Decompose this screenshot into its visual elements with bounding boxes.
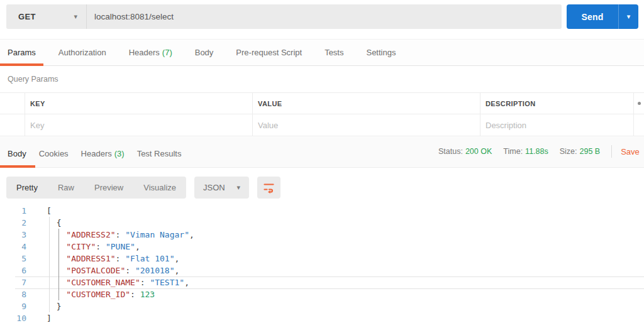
time-value: 11.88s: [525, 147, 548, 156]
tab-response-body[interactable]: Body: [6, 140, 28, 167]
chevron-down-icon: ▾: [237, 184, 241, 191]
line-number: 10: [0, 312, 28, 324]
method-label: GET: [18, 12, 36, 21]
query-params-title: Query Params: [8, 66, 58, 92]
size-label: Size:: [560, 147, 577, 156]
line-number: 2: [0, 217, 28, 229]
response-toolbar: Pretty Raw Preview Visualize JSON ▾: [6, 177, 280, 199]
line-number: 4: [0, 241, 28, 253]
value-column-header: VALUE: [252, 93, 480, 114]
size-value: 295 B: [580, 147, 601, 156]
view-mode-visualize[interactable]: Visualize: [133, 177, 186, 199]
chevron-down-icon: ▾: [627, 13, 631, 20]
params-header-row: KEY VALUE DESCRIPTION: [0, 92, 644, 114]
response-tabs: Body Cookies Headers (3) Test Results: [6, 140, 192, 167]
code-line-content: "CITY": "PUNE",: [47, 241, 140, 253]
tab-count-badge: (7): [162, 48, 172, 57]
line-number: 7: [0, 276, 28, 288]
status-indicator: Status:200 OK: [438, 147, 492, 156]
tab-tests[interactable]: Tests: [325, 40, 343, 65]
tab-label: Tests: [325, 48, 343, 57]
params-table: KEY VALUE DESCRIPTION: [0, 92, 644, 136]
time-indicator: Time:11.88s: [503, 147, 548, 156]
params-input-row: [0, 114, 644, 136]
code-line: 9 }: [0, 300, 644, 312]
request-bar: GET ▾: [6, 4, 562, 29]
wrap-lines-button[interactable]: [257, 177, 280, 199]
tab-headers[interactable]: Headers (7): [129, 40, 172, 65]
code-lines: 1[2 {3 "ADDRESS2": "Viman Nagar",4 "CITY…: [0, 205, 644, 324]
tab-settings[interactable]: Settings: [366, 40, 396, 65]
description-input[interactable]: [486, 121, 633, 130]
postman-request-view: GET ▾ Send ▾ Params Authorization Header…: [0, 0, 644, 328]
response-meta: Status:200 OK Time:11.88s Size:295 B Sav…: [438, 137, 640, 166]
tab-test-results[interactable]: Test Results: [136, 140, 183, 167]
more-options-icon: [638, 102, 641, 105]
tab-label: Settings: [366, 48, 396, 57]
code-line: 8 "CUSTOMER_ID": 123: [0, 288, 644, 300]
send-button-label[interactable]: Send: [567, 4, 618, 29]
request-tabs: Params Authorization Headers (7) Body Pr…: [0, 39, 644, 66]
view-mode-raw[interactable]: Raw: [48, 177, 84, 199]
tab-label: Cookies: [39, 149, 69, 158]
tab-pre-request-script[interactable]: Pre-request Script: [236, 40, 302, 65]
divider: [611, 145, 612, 158]
line-number: 1: [0, 205, 28, 217]
view-mode-group: Pretty Raw Preview Visualize: [6, 177, 186, 199]
value-input[interactable]: [258, 121, 480, 130]
code-line: 7 "CUSTOMER_NAME": "TEST1",: [0, 276, 644, 288]
line-number: 3: [0, 229, 28, 241]
wrap-text-icon: [263, 182, 275, 194]
url-input[interactable]: [87, 12, 562, 21]
line-number: 6: [0, 265, 28, 276]
view-mode-pretty[interactable]: Pretty: [6, 177, 48, 199]
tab-label: Headers: [81, 149, 112, 158]
more-options-button[interactable]: [633, 93, 644, 114]
chevron-down-icon: ▾: [74, 13, 77, 20]
send-button[interactable]: Send ▾: [567, 4, 638, 29]
code-line: 2 {: [0, 217, 644, 229]
code-line-content: "ADDRESS2": "Viman Nagar",: [47, 229, 194, 241]
response-body-viewer[interactable]: 1[2 {3 "ADDRESS2": "Viman Nagar",4 "CITY…: [0, 202, 644, 328]
key-column-header: KEY: [25, 93, 252, 114]
send-options-button[interactable]: ▾: [618, 4, 638, 29]
status-label: Status:: [438, 147, 463, 156]
tab-count-badge: (3): [114, 149, 125, 158]
tab-label: Test Results: [137, 149, 182, 158]
code-line: 5 "ADDRESS1": "Flat 101",: [0, 253, 644, 265]
drag-handle-cell: [0, 114, 25, 136]
code-line-content: "ADDRESS1": "Flat 101",: [47, 253, 179, 265]
tab-label: Headers: [129, 48, 160, 57]
method-select[interactable]: GET ▾: [6, 4, 87, 29]
code-line: 4 "CITY": "PUNE",: [0, 241, 644, 253]
code-line-content: [: [47, 205, 52, 217]
code-line-content: ]: [47, 312, 52, 324]
tab-params[interactable]: Params: [8, 40, 36, 65]
status-value: 200 OK: [465, 147, 492, 156]
response-header: Body Cookies Headers (3) Test Results St…: [0, 137, 644, 168]
line-number: 8: [0, 288, 28, 300]
key-input[interactable]: [30, 121, 252, 130]
code-line: 10]: [0, 312, 644, 324]
tab-authorization[interactable]: Authorization: [58, 40, 106, 65]
code-line-content: {: [47, 217, 61, 229]
code-line-content: "CUSTOMER_NAME": "TEST1",: [47, 276, 189, 288]
size-indicator: Size:295 B: [560, 147, 600, 156]
save-response-button[interactable]: Save: [621, 147, 640, 156]
tab-response-cookies[interactable]: Cookies: [38, 140, 70, 167]
code-line-content: "POSTALCODE": "201018",: [47, 265, 179, 276]
code-line: 3 "ADDRESS2": "Viman Nagar",: [0, 229, 644, 241]
tab-label: Authorization: [58, 48, 106, 57]
tab-label: Pre-request Script: [236, 48, 302, 57]
code-line: 1[: [0, 205, 644, 217]
view-mode-preview[interactable]: Preview: [84, 177, 133, 199]
tab-label: Body: [195, 48, 214, 57]
format-select[interactable]: JSON ▾: [194, 177, 249, 199]
tab-response-headers[interactable]: Headers (3): [80, 140, 126, 167]
time-label: Time:: [503, 147, 523, 156]
drag-handle-column: [0, 93, 25, 114]
row-options-cell: [633, 114, 644, 136]
code-line-content: }: [47, 300, 61, 312]
description-column-header: DESCRIPTION: [480, 93, 633, 114]
tab-body[interactable]: Body: [195, 40, 214, 65]
